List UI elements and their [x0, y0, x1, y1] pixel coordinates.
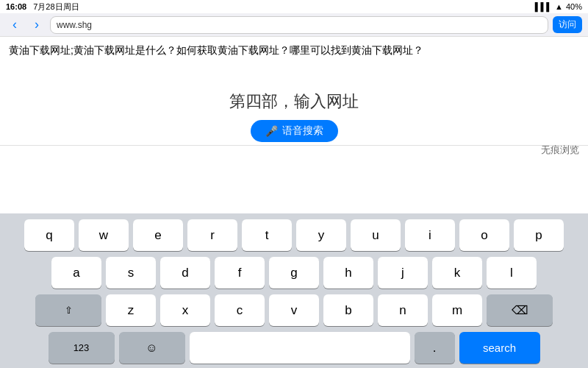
key-c[interactable]: c: [215, 294, 265, 326]
key-i[interactable]: i: [405, 219, 455, 251]
key-r[interactable]: r: [187, 219, 237, 251]
private-browse-label: 无痕浏览: [541, 144, 579, 157]
visit-button[interactable]: 访问: [553, 16, 582, 33]
mic-icon: 🎤: [265, 125, 278, 137]
key-l[interactable]: l: [487, 257, 537, 289]
space-key[interactable]: [190, 332, 410, 364]
key-d[interactable]: d: [160, 257, 210, 289]
battery-text: 40%: [566, 2, 582, 11]
key-z[interactable]: z: [106, 294, 156, 326]
key-x[interactable]: x: [160, 294, 210, 326]
key-m[interactable]: m: [432, 294, 482, 326]
key-e[interactable]: e: [133, 219, 183, 251]
backspace-key[interactable]: ⌫: [487, 294, 553, 326]
search-key[interactable]: search: [459, 332, 540, 364]
status-time: 16:08 7月28日周日: [6, 1, 79, 13]
key-u[interactable]: u: [351, 219, 401, 251]
keyboard-row-1: q w e r t y u i o p: [3, 219, 585, 251]
keyboard-row-4: 123 ☺ . search: [3, 332, 585, 364]
voice-search-label: 语音搜索: [282, 124, 323, 138]
key-n[interactable]: n: [378, 294, 428, 326]
key-p[interactable]: p: [514, 219, 564, 251]
wifi-icon: ▲: [555, 2, 563, 11]
key-b[interactable]: b: [323, 294, 373, 326]
browser-bar: ‹ › www.shg 访问: [0, 13, 588, 37]
key-a[interactable]: a: [51, 257, 101, 289]
middle-section: 第四部，输入网址 🎤 语音搜索: [0, 87, 588, 146]
key-t[interactable]: t: [242, 219, 292, 251]
period-key[interactable]: .: [415, 332, 455, 364]
key-k[interactable]: k: [432, 257, 482, 289]
key-f[interactable]: f: [215, 257, 265, 289]
url-input[interactable]: www.shg: [50, 16, 548, 34]
keyboard: q w e r t y u i o p a s d f g h j k l ⇧ …: [0, 213, 588, 368]
key-q[interactable]: q: [24, 219, 74, 251]
status-bar: 16:08 7月28日周日 ▌▌▌ ▲ 40%: [0, 0, 588, 13]
shift-key[interactable]: ⇧: [35, 294, 101, 326]
keyboard-row-2: a s d f g h j k l: [3, 257, 585, 289]
number-switch-key[interactable]: 123: [49, 332, 115, 364]
keyboard-row-3: ⇧ z x c v b n m ⌫: [3, 294, 585, 326]
key-v[interactable]: v: [269, 294, 319, 326]
back-button[interactable]: ‹: [6, 17, 24, 32]
key-o[interactable]: o: [459, 219, 509, 251]
signal-icon: ▌▌▌: [535, 2, 552, 11]
voice-search-button[interactable]: 🎤 语音搜索: [251, 120, 338, 142]
key-h[interactable]: h: [323, 257, 373, 289]
status-indicators: ▌▌▌ ▲ 40%: [535, 2, 582, 11]
emoji-key[interactable]: ☺: [119, 332, 185, 364]
content-text: 黄油下载网址;黄油下载网址是什么？如何获取黄油下载网址？哪里可以找到黄油下载网址…: [9, 43, 579, 58]
forward-button[interactable]: ›: [28, 17, 46, 32]
key-w[interactable]: w: [79, 219, 129, 251]
key-s[interactable]: s: [106, 257, 156, 289]
key-y[interactable]: y: [296, 219, 346, 251]
instruction-title: 第四部，输入网址: [229, 91, 359, 113]
content-area: 黄油下载网址;黄油下载网址是什么？如何获取黄油下载网址？哪里可以找到黄油下载网址…: [0, 37, 588, 87]
key-j[interactable]: j: [378, 257, 428, 289]
key-g[interactable]: g: [269, 257, 319, 289]
